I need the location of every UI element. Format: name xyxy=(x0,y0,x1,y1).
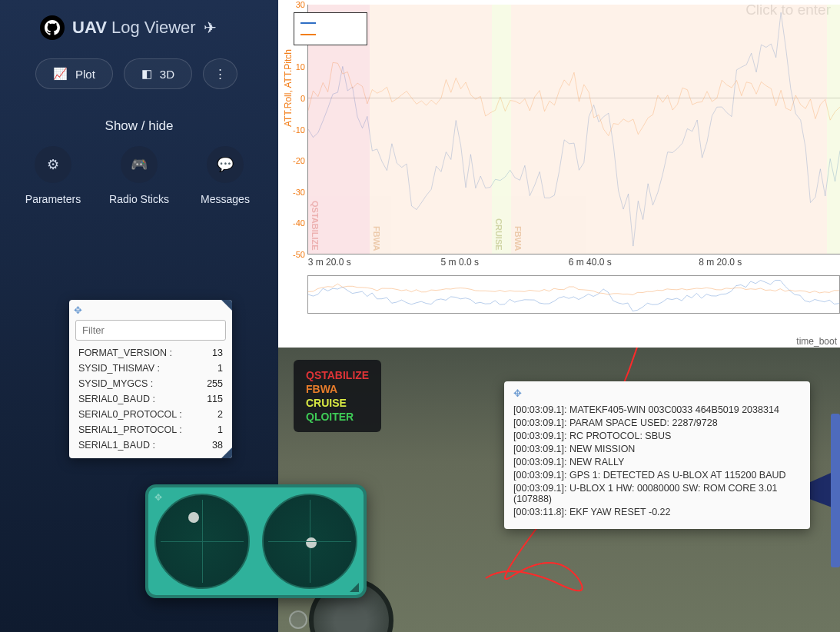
toolbar: 📈 Plot ◧ 3D ⋮ xyxy=(9,51,269,97)
messages-panel[interactable]: ✥ [00:03:09.1]: MATEKF405-WIN 003C0033 4… xyxy=(504,381,810,529)
parameter-row[interactable]: SYSID_THISMAV :1 xyxy=(69,361,232,376)
corner-mark-top xyxy=(221,300,232,311)
y-tick: -30 xyxy=(285,188,305,197)
move-icon: ✥ xyxy=(74,304,82,316)
mode-band xyxy=(827,5,840,254)
radio-sticks-widget[interactable]: ✥ xyxy=(145,484,367,598)
message-row: [00:03:11.8]: EKF YAW RESET -0.22 xyxy=(513,507,801,517)
y-axis-label: ATT.Roll, ATT.Pitch xyxy=(283,49,294,127)
gears-icon: ⚙ xyxy=(35,146,71,183)
parameter-row[interactable]: SERIAL0_BAUD :115 xyxy=(69,391,232,407)
y-tick: 10 xyxy=(285,62,305,72)
x-tick: 8 m 20.0 s xyxy=(699,257,742,268)
more-menu-button[interactable]: ⋮ xyxy=(203,58,237,89)
mode-item: CRUISE xyxy=(306,397,369,409)
show-hide-heading: Show / hide xyxy=(9,118,269,134)
gamepad-icon: 🎮 xyxy=(121,146,158,183)
y-tick: -10 xyxy=(285,125,305,135)
resize-handle[interactable] xyxy=(221,447,232,458)
right-stick-knob xyxy=(306,537,317,548)
parameter-row[interactable]: FORMAT_VERSION :13 xyxy=(69,345,232,361)
parameter-row[interactable]: SERIAL1_BAUD :38 xyxy=(69,437,232,453)
mode-item: FBWA xyxy=(306,383,369,395)
show-hide-row: ⚙ Parameters 🎮 Radio Sticks 💬 Messages xyxy=(9,146,269,206)
compass-icon[interactable] xyxy=(289,610,307,629)
left-stick-knob xyxy=(188,512,199,523)
messages-scrollbar[interactable] xyxy=(831,414,840,567)
toggle-radio-sticks[interactable]: 🎮 Radio Sticks xyxy=(105,146,174,206)
mode-band-label: CRUISE xyxy=(494,218,503,251)
mode-band: FBWA xyxy=(370,5,492,254)
y-tick: -40 xyxy=(285,218,305,228)
message-row: [00:03:09.1]: NEW MISSION xyxy=(513,444,801,454)
brand: UAV Log Viewer ✈ xyxy=(9,9,269,51)
x-tick: 6 m 40.0 s xyxy=(569,257,612,268)
overview-lines xyxy=(308,276,839,313)
ellipsis-icon: ⋮ xyxy=(214,67,226,81)
parameter-row[interactable]: SERIAL0_PROTOCOL :2 xyxy=(69,407,232,422)
overview-plot[interactable] xyxy=(307,275,840,314)
x-tick: 5 m 0.0 s xyxy=(441,257,479,268)
message-row: [00:03:09.1]: GPS 1: DETECTED AS U-BLOX … xyxy=(513,470,801,481)
toggle-messages[interactable]: 💬 Messages xyxy=(191,146,260,206)
mode-band-label: FBWA xyxy=(372,226,381,251)
chart-legend: ATT.RollATT.Pitch xyxy=(294,12,367,45)
message-row: [00:03:09.1]: RC PROTOCOL: SBUS xyxy=(513,431,801,441)
mode-item: QLOITER xyxy=(306,411,369,423)
mode-band-label: QSTABILIZE xyxy=(310,201,320,251)
chart-area[interactable]: ATT.RollATT.Pitch ATT.Roll, ATT.Pitch 30… xyxy=(278,0,840,323)
chat-icon: 💬 xyxy=(207,146,244,183)
right-stick[interactable] xyxy=(262,494,357,589)
x-axis-label: time_boot xyxy=(796,336,837,347)
y-tick: -20 xyxy=(285,156,305,165)
mode-item: QSTABILIZE xyxy=(306,369,369,381)
plot-button[interactable]: 📈 Plot xyxy=(35,58,113,89)
mode-band: FBWA xyxy=(511,5,827,254)
parameters-panel[interactable]: ✥ FORMAT_VERSION :13SYSID_THISMAV :1SYSI… xyxy=(69,300,232,458)
chart-icon: 📈 xyxy=(53,67,68,81)
main-plot[interactable]: 3020100-10-20-30-40-503 m 20.0 s5 m 0.0 … xyxy=(307,5,840,254)
message-row: [00:03:09.1]: PARAM SPACE USED: 2287/972… xyxy=(513,417,801,428)
legend-item: ATT.Roll xyxy=(300,18,360,28)
app-title: UAV Log Viewer xyxy=(72,18,196,38)
legend-item: ATT.Pitch xyxy=(300,29,360,40)
filter-input[interactable] xyxy=(75,320,226,341)
message-row: [00:03:09.1]: NEW RALLY xyxy=(513,457,801,467)
flight-modes-legend: QSTABILIZEFBWACRUISEQLOITER xyxy=(294,360,381,432)
resize-handle[interactable] xyxy=(350,583,359,592)
move-icon[interactable]: ✥ xyxy=(154,492,162,503)
drag-handle[interactable]: ✥ xyxy=(513,388,801,402)
toggle-parameters[interactable]: ⚙ Parameters xyxy=(18,146,88,206)
message-row: [00:03:09.1]: MATEKF405-WIN 003C0033 464… xyxy=(513,404,801,415)
cube-icon: ◧ xyxy=(141,67,152,81)
parameter-row[interactable]: SYSID_MYGCS :255 xyxy=(69,376,232,391)
left-stick[interactable] xyxy=(154,494,250,589)
mode-band: CRUISE xyxy=(492,5,512,254)
y-tick: -50 xyxy=(285,250,305,259)
drag-handle[interactable]: ✥ xyxy=(69,300,232,320)
mode-band-label: FBWA xyxy=(513,226,523,251)
x-tick: 3 m 20.0 s xyxy=(308,257,351,268)
y-tick: 0 xyxy=(285,94,305,103)
y-tick: 30 xyxy=(285,0,305,9)
message-list: [00:03:09.1]: MATEKF405-WIN 003C0033 464… xyxy=(513,404,801,517)
plane-icon: ✈ xyxy=(204,18,217,37)
github-icon[interactable] xyxy=(40,15,65,40)
message-row: [00:03:09.1]: U-BLOX 1 HW: 00080000 SW: … xyxy=(513,483,801,504)
parameter-list: FORMAT_VERSION :13SYSID_THISMAV :1SYSID_… xyxy=(69,345,232,453)
move-icon: ✥ xyxy=(513,388,522,399)
parameter-row[interactable]: SERIAL1_PROTOCOL :1 xyxy=(69,422,232,437)
three-d-button[interactable]: ◧ 3D xyxy=(124,58,192,89)
